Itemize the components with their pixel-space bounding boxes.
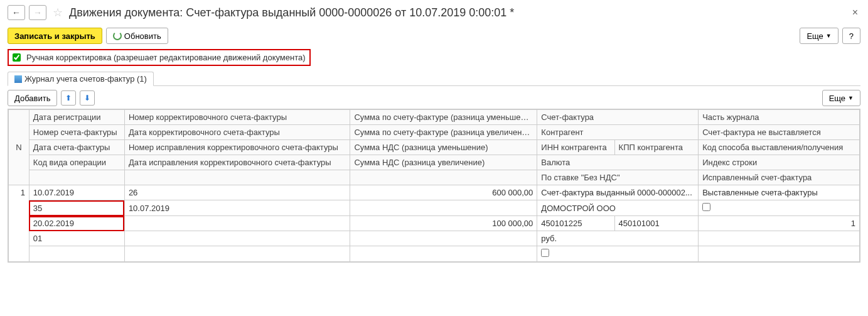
- chevron-down-icon: ▼: [826, 33, 832, 39]
- header-journal-part: Часть журнала: [699, 110, 860, 125]
- refresh-button[interactable]: Обновить: [106, 28, 168, 44]
- cell-sum-dec[interactable]: 600 000,00: [350, 185, 537, 200]
- save-close-button[interactable]: Записать и закрыть: [8, 28, 102, 44]
- more-button[interactable]: Еще ▼: [800, 28, 838, 44]
- header-sum-dec: Сумма по счету-фактуре (разница уменьшен…: [350, 110, 537, 125]
- cell-op-code[interactable]: 01: [29, 231, 124, 246]
- cell-corr-fix-num[interactable]: [124, 216, 350, 231]
- header-inv-num: Номер счета-фактуры: [29, 125, 124, 140]
- header-no-vat: По ставке "Без НДС": [537, 170, 699, 185]
- cell-sum-inc[interactable]: [350, 200, 537, 216]
- nav-forward-button[interactable]: →: [29, 5, 46, 20]
- favorite-star-icon[interactable]: ☆: [53, 6, 63, 19]
- header-invoice: Счет-фактура: [537, 110, 699, 125]
- header-currency: Валюта: [537, 155, 699, 170]
- cell-vat-dec[interactable]: 100 000,00: [350, 216, 537, 231]
- header-n: N: [9, 110, 29, 185]
- cell-invoice[interactable]: Счет-фактура выданный 0000-000002...: [537, 185, 699, 200]
- nav-back-button[interactable]: ←: [8, 5, 25, 20]
- table-row[interactable]: [9, 246, 860, 262]
- cell-n: 1: [9, 185, 29, 262]
- cell-vat-inc[interactable]: [350, 231, 537, 246]
- close-icon[interactable]: ×: [850, 7, 860, 18]
- move-up-button[interactable]: ⬆: [61, 90, 76, 106]
- cell-currency[interactable]: руб.: [537, 231, 699, 246]
- table-row[interactable]: 35 10.07.2019 ДОМОСТРОЙ ООО: [9, 200, 860, 216]
- grid-more-button[interactable]: Еще ▼: [822, 90, 860, 106]
- cell-inv-num[interactable]: 35: [29, 200, 124, 216]
- page-title: Движения документа: Счет-фактура выданны…: [69, 6, 514, 19]
- header-method-code: Код способа выставления/получения: [699, 140, 860, 155]
- no-vat-checkbox[interactable]: [541, 249, 549, 257]
- add-button[interactable]: Добавить: [8, 90, 57, 106]
- header-corr-num: Номер корректировочного счета-фактуры: [124, 110, 350, 125]
- header-kpp: КПП контрагента: [614, 140, 699, 155]
- header-inn: ИНН контрагента: [537, 140, 614, 155]
- header-counterparty: Контрагент: [537, 125, 699, 140]
- header-vat-dec: Сумма НДС (разница уменьшение): [350, 140, 537, 155]
- header-corr-fix-date: Дата исправления корректировочного счета…: [124, 155, 350, 170]
- tab-label: Журнал учета счетов-фактур (1): [24, 74, 147, 84]
- grid: N Дата регистрации Номер корректировочно…: [8, 109, 860, 263]
- refresh-icon: [113, 31, 122, 40]
- cell-corr-fix-date[interactable]: [124, 231, 350, 246]
- header-inv-date: Дата счета-фактуры: [29, 140, 124, 155]
- cell-corr-num[interactable]: 26: [124, 185, 350, 200]
- cell-inv-date[interactable]: 20.02.2019: [29, 216, 124, 231]
- header-reg-date: Дата регистрации: [29, 110, 124, 125]
- cell-journal-part[interactable]: Выставленные счета-фактуры: [699, 185, 860, 200]
- cell-method-code[interactable]: 1: [699, 216, 860, 231]
- cell-counterparty[interactable]: ДОМОСТРОЙ ООО: [537, 200, 699, 216]
- cell-corrected-invoice[interactable]: [699, 246, 860, 262]
- header-corr-date: Дата корректировочного счета-фактуры: [124, 125, 350, 140]
- header-sum-inc: Сумма по счету-фактуре (разница увеличен…: [350, 125, 537, 140]
- journal-icon: [14, 75, 22, 83]
- tab-invoice-journal[interactable]: Журнал учета счетов-фактур (1): [8, 72, 154, 86]
- cell-kpp[interactable]: 450101001: [614, 216, 699, 231]
- move-down-button[interactable]: ⬇: [80, 90, 95, 106]
- table-row[interactable]: 20.02.2019 100 000,00 450101225 45010100…: [9, 216, 860, 231]
- header-vat-inc: Сумма НДС (разница увеличение): [350, 155, 537, 170]
- table-row[interactable]: 1 10.07.2019 26 600 000,00 Счет-фактура …: [9, 185, 860, 200]
- header-op-code: Код вида операции: [29, 155, 124, 170]
- cell-corr-date[interactable]: 10.07.2019: [124, 200, 350, 216]
- manual-correction-checkbox[interactable]: [13, 53, 21, 62]
- header-corr-fix-num: Номер исправления корректировочного счет…: [124, 140, 350, 155]
- cell-row-index[interactable]: [699, 231, 860, 246]
- header-not-issued: Счет-фактура не выставляется: [699, 125, 860, 140]
- manual-correction-label: Ручная корректировка (разрешает редактир…: [26, 53, 306, 62]
- cell-no-vat[interactable]: [537, 246, 699, 262]
- chevron-down-icon: ▼: [848, 95, 854, 101]
- table-row[interactable]: 01 руб.: [9, 231, 860, 246]
- manual-correction-block: Ручная корректировка (разрешает редактир…: [8, 49, 311, 66]
- cell-not-issued[interactable]: [699, 200, 860, 216]
- refresh-label: Обновить: [124, 31, 161, 41]
- header-row-index: Индекс строки: [699, 155, 860, 170]
- not-issued-checkbox[interactable]: [702, 203, 710, 211]
- cell-inn[interactable]: 450101225: [537, 216, 614, 231]
- help-button[interactable]: ?: [842, 28, 860, 44]
- cell-reg-date[interactable]: 10.07.2019: [29, 185, 124, 200]
- header-corrected-invoice: Исправленный счет-фактура: [699, 170, 860, 185]
